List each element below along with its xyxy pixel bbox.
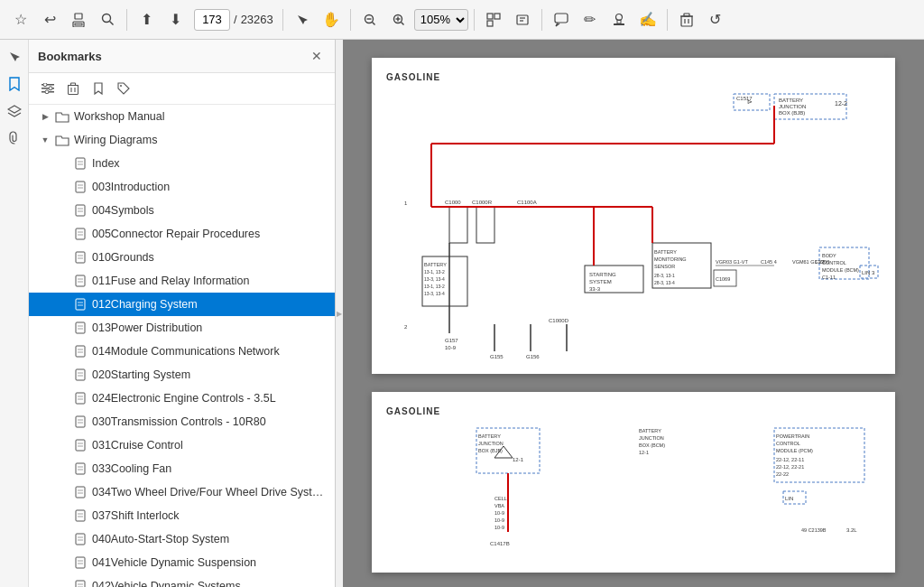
svg-text:⊳: ⊳ <box>747 98 753 105</box>
zoom-out-button[interactable] <box>356 6 383 33</box>
svg-rect-57 <box>76 299 85 310</box>
bookmark-icon-013power <box>72 320 88 336</box>
svg-text:C1000D: C1000D <box>549 318 569 323</box>
bookmark-item-011fuse[interactable]: 011Fuse and Relay Information <box>29 269 335 293</box>
bookmark-label-workshop-manual: Workshop Manual <box>74 110 328 123</box>
bookmark-item-041vehicle-dynamic-suspension[interactable]: 041Vehicle Dynamic Suspension <box>29 551 335 574</box>
svg-point-31 <box>49 87 52 90</box>
bookmark-star-button[interactable]: ☆ <box>7 6 34 33</box>
bookmark-item-024electronic[interactable]: 024Electronic Engine Controls - 3.5L <box>29 387 335 410</box>
panel-resize-handle[interactable] <box>336 40 343 587</box>
new-bookmark-button[interactable] <box>87 77 110 100</box>
svg-text:JUNCTION: JUNCTION <box>779 104 806 109</box>
bookmark-item-020starting[interactable]: 020Starting System <box>29 363 335 387</box>
bookmark-item-040auto-start[interactable]: 040Auto-Start-Stop System <box>29 527 335 551</box>
svg-text:JUNCTION: JUNCTION <box>639 435 664 441</box>
bookmark-item-012charging[interactable]: 012Charging System <box>29 293 335 316</box>
wiring-diagram-2: BATTERY JUNCTION BOX (BJB) 12-1 BATTERY … <box>386 424 881 573</box>
bookmark-label-012charging: 012Charging System <box>92 298 328 311</box>
bookmark-label-020starting: 020Starting System <box>92 368 328 381</box>
bookmark-item-010grounds[interactable]: 010Grounds <box>29 246 335 269</box>
bookmark-label-wiring-diagrams: Wiring Diagrams <box>74 134 328 146</box>
svg-point-32 <box>45 90 49 94</box>
new-tag-button[interactable] <box>112 77 135 100</box>
bookmark-icon-wiring-diagrams <box>54 132 70 148</box>
next-page-button[interactable]: ⬇ <box>162 6 189 33</box>
delete-button[interactable] <box>673 6 700 33</box>
svg-text:49 C2139B: 49 C2139B <box>801 527 827 533</box>
back-button[interactable]: ↩ <box>36 6 63 33</box>
svg-text:22-22: 22-22 <box>776 471 789 477</box>
layers-button[interactable] <box>3 99 26 123</box>
bookmark-item-034two-wheel[interactable]: 034Two Wheel Drive/Four Wheel Drive Syst… <box>29 480 335 504</box>
bookmark-label-013power: 013Power Distribution <box>92 321 328 334</box>
bookmark-label-003introduction: 003Introduction <box>92 181 328 193</box>
bookmark-item-workshop-manual[interactable]: ▶Workshop Manual <box>29 105 335 128</box>
bookmark-item-wiring-diagrams[interactable]: ▼Wiring Diagrams <box>29 128 335 152</box>
svg-text:LIN: LIN <box>785 496 793 501</box>
undo-button[interactable]: ↺ <box>702 6 729 33</box>
pdf-viewer[interactable]: GASOLINE BATTERY JUNCTION BOX (BJB) 12-2… <box>343 40 924 587</box>
bookmark-item-042vehicle-dynamic-systems[interactable]: 042Vehicle Dynamic Systems <box>29 574 335 587</box>
separator-2 <box>282 9 283 31</box>
bookmark-item-037shift[interactable]: 037Shift Interlock <box>29 504 335 527</box>
svg-rect-63 <box>76 346 85 357</box>
options-button[interactable] <box>36 77 60 100</box>
print-button[interactable] <box>65 6 92 33</box>
zoom-in-button[interactable] <box>385 6 412 33</box>
svg-point-3 <box>102 14 110 23</box>
delete-bookmark-button[interactable] <box>61 77 85 100</box>
toolbar: ☆ ↩ ⬆ ⬇ 173 / 23263 ✋ 50% 75% 100% 105% … <box>0 0 924 40</box>
find-button[interactable] <box>94 6 121 33</box>
bookmark-item-033cooling[interactable]: 033Cooling Fan <box>29 457 335 480</box>
comment-button[interactable] <box>548 6 575 33</box>
svg-text:G156: G156 <box>526 354 540 359</box>
bookmark-item-014module[interactable]: 014Module Communications Network <box>29 340 335 363</box>
prev-page-button[interactable]: ⬆ <box>133 6 160 33</box>
svg-rect-51 <box>76 252 85 263</box>
svg-text:BATTERY: BATTERY <box>639 428 661 433</box>
bookmark-icon-004symbols <box>72 202 88 219</box>
bookmark-icon-034two-wheel <box>72 484 88 500</box>
main-area: Bookmarks ✕ ▶Workshop Manual▼Wiring Diag… <box>0 40 924 587</box>
bookmark-icon-033cooling <box>72 461 88 477</box>
stamp-button[interactable] <box>605 6 633 33</box>
bookmark-label-041vehicle-dynamic-suspension: 041Vehicle Dynamic Suspension <box>92 556 328 569</box>
wiring-diagram-1: BATTERY JUNCTION BOX (BJB) 12-2 C1517 C1… <box>386 89 881 360</box>
bookmark-item-031cruise[interactable]: 031Cruise Control <box>29 433 335 457</box>
bookmark-icon-031cruise <box>72 437 88 453</box>
hand-tool-button[interactable]: ✋ <box>318 6 345 33</box>
bookmark-icon-workshop-manual <box>54 108 70 125</box>
bookmark-item-005connector-repair[interactable]: 005Connector Repair Procedures <box>29 222 335 246</box>
bookmark-item-030transmission[interactable]: 030Transmission Controls - 10R80 <box>29 410 335 433</box>
svg-point-38 <box>120 85 122 87</box>
sign-button[interactable]: ✍ <box>634 6 661 33</box>
bookmark-toggle-workshop-manual[interactable]: ▶ <box>36 112 54 121</box>
bookmark-label-037shift: 037Shift Interlock <box>92 509 328 522</box>
attachment-button[interactable] <box>3 126 26 150</box>
select-tool-button[interactable] <box>289 6 316 33</box>
bookmark-icon-020starting <box>72 367 88 383</box>
text-tool-button[interactable] <box>509 6 536 33</box>
bookmark-label-040auto-start: 040Auto-Start-Stop System <box>92 533 328 545</box>
svg-text:13-3, 13-4: 13-3, 13-4 <box>424 291 445 296</box>
bookmark-icon-010grounds <box>72 249 88 266</box>
svg-text:STARTING: STARTING <box>589 272 616 277</box>
snap-button[interactable] <box>480 6 507 33</box>
highlight-button[interactable]: ✏ <box>577 6 604 33</box>
svg-text:MODULE (PCM): MODULE (PCM) <box>776 448 813 453</box>
zoom-select[interactable]: 50% 75% 100% 105% 125% 150% 200% <box>414 9 468 31</box>
bookmarks-panel-button[interactable] <box>3 72 26 96</box>
bookmark-item-013power[interactable]: 013Power Distribution <box>29 316 335 340</box>
close-bookmarks-button[interactable]: ✕ <box>308 47 326 65</box>
svg-text:10-9: 10-9 <box>494 517 504 523</box>
bookmark-item-004symbols[interactable]: 004Symbols <box>29 199 335 222</box>
page-input[interactable]: 173 <box>194 9 230 31</box>
cursor-tool-button[interactable] <box>3 45 26 69</box>
bookmark-item-index[interactable]: Index <box>29 152 335 175</box>
svg-text:BATTERY: BATTERY <box>478 433 501 439</box>
svg-text:10-9: 10-9 <box>494 525 504 530</box>
bookmark-toggle-wiring-diagrams[interactable]: ▼ <box>36 135 54 144</box>
svg-rect-78 <box>76 463 85 474</box>
bookmark-item-003introduction[interactable]: 003Introduction <box>29 175 335 199</box>
